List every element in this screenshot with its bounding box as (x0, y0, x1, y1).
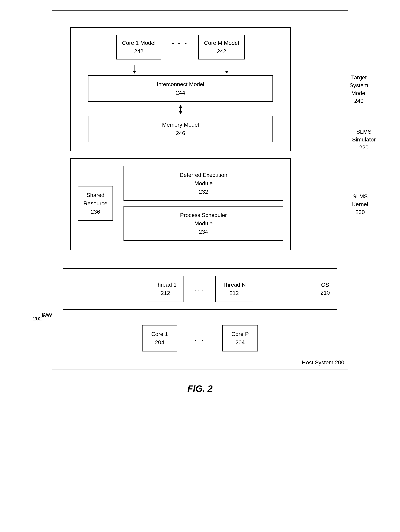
thread1-line2: 212 (161, 290, 170, 296)
corep-hw-number: 204 (235, 339, 245, 346)
slms-kernel-label: SLMS Kernel 230 (352, 193, 368, 216)
core1-hw-box: Core 1 204 (142, 325, 177, 351)
slms-simulator-wrapper: Core 1 Model 242 - - - Core M Model 242 (63, 20, 337, 259)
double-arrow (78, 103, 284, 116)
boundary-number: 202 (33, 316, 42, 322)
thread1-box: Thread 1 212 (147, 276, 184, 302)
slms-simulator-label: SLMS Simulator 220 (352, 128, 375, 151)
core1-hw-label: Core 1 (151, 331, 168, 337)
os-label: OS 210 (320, 281, 330, 297)
target-system-container: Core 1 Model 242 - - - Core M Model 242 (70, 27, 291, 152)
memory-number: 246 (176, 130, 185, 136)
interconnect-label: Interconnect Model (157, 81, 204, 87)
core-models-row: Core 1 Model 242 - - - Core M Model 242 (78, 35, 284, 59)
arrows-row (88, 65, 273, 73)
thread-ellipsis: ... (195, 285, 204, 293)
target-system-label: Target System Model 240 (349, 74, 368, 105)
shared-resource-line1: Shared (86, 192, 104, 198)
os-wrapper: Thread 1 212 ... Thread N 212 OS 210 (63, 268, 337, 310)
deferred-line3: 232 (199, 189, 208, 195)
shared-resource-box: Shared Resource 236 (78, 186, 113, 221)
coremmodel-label: Core M Model (204, 40, 239, 46)
memory-label: Memory Model (162, 121, 199, 128)
kernel-right: Deferred Execution Module 232 Process Sc… (123, 166, 283, 241)
core1-model-number: 242 (134, 48, 143, 54)
process-scheduler-line1: Process Scheduler (180, 212, 227, 218)
sw-hw-dashed-line (63, 315, 337, 315)
slms-simulator-container: Core 1 Model 242 - - - Core M Model 242 (63, 20, 337, 259)
boundary-row: S/W 202 H/W (63, 315, 337, 315)
coremmodel-number: 242 (217, 48, 226, 54)
shared-resource-line3: 236 (91, 209, 100, 215)
process-scheduler-box: Process Scheduler Module 234 (123, 206, 283, 241)
page-wrapper: Core 1 Model 242 - - - Core M Model 242 (34, 11, 366, 394)
host-system-container: Core 1 Model 242 - - - Core M Model 242 (52, 11, 348, 369)
sw-hw-divider-section: Thread 1 212 ... Thread N 212 OS 210 (63, 268, 337, 355)
corep-hw-box: Core P 204 (222, 325, 258, 351)
hw-label: H/W (42, 313, 52, 318)
host-system-label: Host System 200 (302, 359, 344, 366)
interconnect-box: Interconnect Model 244 (88, 75, 273, 102)
deferred-line1: Deferred Execution (179, 172, 227, 178)
slms-kernel-wrapper: Shared Resource 236 Deferred Execution M… (70, 158, 330, 250)
arrow-core1-to-interconnect (134, 65, 134, 73)
core1-model-label: Core 1 Model (122, 40, 155, 46)
double-arrow-line (180, 105, 181, 114)
figure-caption: FIG. 2 (187, 383, 212, 394)
core-connector-dots: - - - (172, 35, 188, 47)
hw-ellipsis: ... (195, 334, 205, 342)
hw-section: Core 1 204 ... Core P 204 (63, 318, 337, 355)
threadn-line1: Thread N (222, 282, 246, 288)
arrow-coremmodel-to-interconnect (227, 65, 227, 73)
process-scheduler-line2: Module (194, 220, 213, 227)
deferred-execution-box: Deferred Execution Module 232 (123, 166, 283, 201)
slms-kernel-container: Shared Resource 236 Deferred Execution M… (70, 158, 291, 250)
thread1-line1: Thread 1 (154, 282, 177, 288)
kernel-inner: Shared Resource 236 Deferred Execution M… (78, 166, 284, 241)
process-scheduler-line3: 234 (199, 229, 208, 235)
threadn-line2: 212 (229, 290, 239, 296)
corep-hw-label: Core P (231, 331, 249, 337)
os-container: Thread 1 212 ... Thread N 212 OS 210 (63, 268, 337, 310)
deferred-line2: Module (194, 180, 213, 186)
interconnect-number: 244 (176, 89, 185, 96)
threadn-box: Thread N 212 (215, 276, 253, 302)
coremmodel-box: Core M Model 242 (198, 35, 245, 59)
memory-box: Memory Model 246 (88, 116, 273, 142)
target-system-wrapper: Core 1 Model 242 - - - Core M Model 242 (70, 27, 330, 152)
core1-model-box: Core 1 Model 242 (116, 35, 161, 59)
shared-resource-line2: Resource (83, 200, 108, 207)
core1-hw-number: 204 (155, 339, 164, 346)
